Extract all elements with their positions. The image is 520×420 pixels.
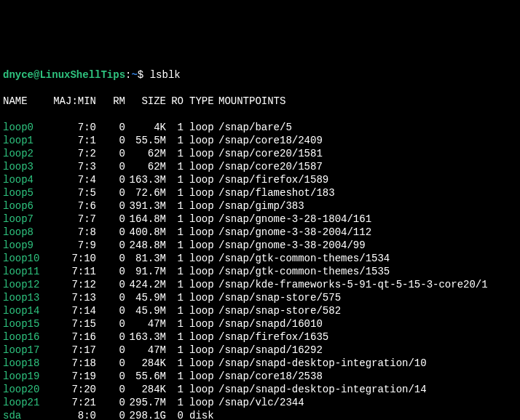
type-value: loop — [184, 147, 218, 160]
size-value: 284K — [125, 357, 166, 370]
ro-value: 1 — [166, 278, 184, 291]
type-value: loop — [184, 396, 218, 409]
type-value: loop — [184, 357, 218, 370]
header-size: SIZE — [125, 95, 166, 108]
mountpoint-value: /snap/gimp/383 — [218, 199, 304, 213]
ro-value: 1 — [166, 226, 184, 239]
rm-value: 0 — [96, 147, 125, 160]
majmin-value: 7:18 — [50, 357, 96, 370]
table-row: loop37:3062M1loop/snap/core20/1587 — [3, 160, 517, 173]
device-name: loop3 — [3, 160, 50, 173]
mountpoint-value: /snap/snapd-desktop-integration/14 — [218, 383, 427, 396]
rm-value: 0 — [96, 160, 125, 173]
rm-value: 0 — [96, 186, 125, 199]
table-body: loop07:004K1loop/snap/bare/5loop17:1055.… — [3, 121, 517, 420]
rm-value: 0 — [96, 134, 125, 147]
rm-value: 0 — [96, 291, 125, 304]
type-value: loop — [184, 252, 218, 265]
mountpoint-value: /snap/snap-store/582 — [218, 304, 341, 317]
prompt-line-1: dnyce@LinuxShellTips:~$ lsblk — [3, 68, 517, 82]
device-name: loop0 — [3, 121, 50, 134]
type-value: loop — [184, 239, 218, 252]
size-value: 164.8M — [125, 213, 166, 226]
device-name: loop15 — [3, 317, 50, 330]
table-row: loop07:004K1loop/snap/bare/5 — [3, 121, 517, 134]
table-row: loop207:200284K1loop/snap/snapd-desktop-… — [3, 383, 517, 396]
table-row: loop97:90248.8M1loop/snap/gnome-3-38-200… — [3, 239, 517, 252]
table-row: loop47:40163.3M1loop/snap/firefox/1589 — [3, 173, 517, 186]
majmin-value: 7:21 — [50, 396, 96, 409]
rm-value: 0 — [96, 344, 125, 357]
terminal-output: dnyce@LinuxShellTips:~$ lsblk NAMEMAJ:MI… — [3, 55, 517, 420]
majmin-value: 7:19 — [50, 370, 96, 383]
mountpoint-value: /snap/flameshot/183 — [218, 186, 335, 199]
majmin-value: 7:6 — [50, 199, 96, 213]
device-name: loop5 — [3, 186, 50, 199]
table-row: loop137:13045.9M1loop/snap/snap-store/57… — [3, 291, 517, 304]
device-name: loop11 — [3, 265, 50, 278]
size-value: 47M — [125, 344, 166, 357]
rm-value: 0 — [96, 317, 125, 330]
table-row: loop107:10081.3M1loop/snap/gtk-common-th… — [3, 252, 517, 265]
majmin-value: 7:9 — [50, 239, 96, 252]
majmin-value: 7:17 — [50, 344, 96, 357]
type-value: loop — [184, 304, 218, 317]
size-value: 163.3M — [125, 330, 166, 344]
rm-value: 0 — [96, 173, 125, 186]
size-value: 62M — [125, 160, 166, 173]
mountpoint-value: /snap/gnome-3-38-2004/99 — [218, 239, 366, 252]
device-name: loop2 — [3, 147, 50, 160]
size-value: 62M — [125, 147, 166, 160]
device-name: loop8 — [3, 226, 50, 239]
size-value: 55.6M — [125, 370, 166, 383]
majmin-value: 7:5 — [50, 186, 96, 199]
majmin-value: 7:15 — [50, 317, 96, 330]
size-value: 91.7M — [125, 265, 166, 278]
mountpoint-value: /snap/core20/1581 — [218, 147, 323, 160]
mountpoint-value: /snap/snap-store/575 — [218, 291, 341, 304]
table-row: loop157:15047M1loop/snap/snapd/16010 — [3, 317, 517, 330]
ro-value: 1 — [166, 252, 184, 265]
type-value: loop — [184, 160, 218, 173]
size-value: 400.8M — [125, 226, 166, 239]
majmin-value: 7:1 — [50, 134, 96, 147]
ro-value: 1 — [166, 344, 184, 357]
ro-value: 1 — [166, 330, 184, 344]
ro-value: 1 — [166, 370, 184, 383]
type-value: loop — [184, 134, 218, 147]
rm-value: 0 — [96, 357, 125, 370]
mountpoint-value: /snap/snapd/16010 — [218, 317, 323, 330]
ro-value: 0 — [166, 409, 184, 420]
ro-value: 1 — [166, 291, 184, 304]
rm-value: 0 — [96, 278, 125, 291]
ro-value: 1 — [166, 134, 184, 147]
header-ro: RO — [166, 95, 184, 108]
table-header: NAMEMAJ:MINRMSIZEROTYPEMOUNTPOINTS — [3, 95, 517, 108]
table-row: loop147:14045.9M1loop/snap/snap-store/58… — [3, 304, 517, 317]
device-name: loop21 — [3, 396, 50, 409]
prompt-user: dnyce — [3, 69, 34, 81]
size-value: 391.3M — [125, 199, 166, 213]
rm-value: 0 — [96, 226, 125, 239]
type-value: loop — [184, 199, 218, 213]
majmin-value: 7:7 — [50, 213, 96, 226]
header-mountpoints: MOUNTPOINTS — [218, 95, 285, 108]
ro-value: 1 — [166, 199, 184, 213]
type-value: loop — [184, 226, 218, 239]
size-value: 72.6M — [125, 186, 166, 199]
header-type: TYPE — [184, 95, 218, 108]
mountpoint-value: /snap/firefox/1635 — [218, 330, 328, 344]
majmin-value: 7:11 — [50, 265, 96, 278]
mountpoint-value: /snap/bare/5 — [218, 121, 292, 134]
type-value: loop — [184, 317, 218, 330]
table-row: loop177:17047M1loop/snap/snapd/16292 — [3, 344, 517, 357]
ro-value: 1 — [166, 213, 184, 226]
rm-value: 0 — [96, 383, 125, 396]
type-value: loop — [184, 186, 218, 199]
table-row: loop87:80400.8M1loop/snap/gnome-3-38-200… — [3, 226, 517, 239]
device-name: loop17 — [3, 344, 50, 357]
rm-value: 0 — [96, 199, 125, 213]
table-row: loop67:60391.3M1loop/snap/gimp/383 — [3, 199, 517, 213]
size-value: 424.2M — [125, 278, 166, 291]
table-row: loop217:210295.7M1loop/snap/vlc/2344 — [3, 396, 517, 409]
